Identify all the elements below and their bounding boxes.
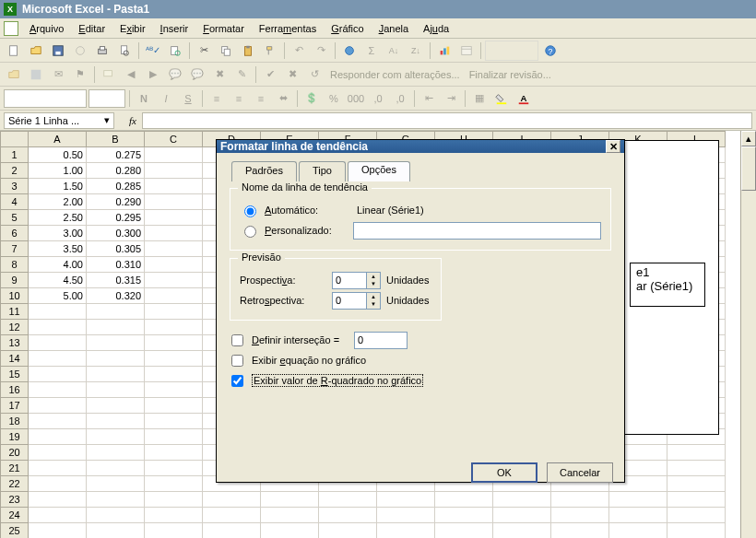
rowhdr[interactable]: 15 xyxy=(1,367,29,382)
save-icon[interactable] xyxy=(48,41,68,61)
cell[interactable] xyxy=(87,492,145,508)
bold-icon[interactable]: N xyxy=(134,88,154,109)
help-icon[interactable]: ? xyxy=(540,41,561,61)
chart-wizard-icon[interactable] xyxy=(434,41,455,61)
spin-up-icon[interactable]: ▲ xyxy=(367,293,380,301)
cell[interactable] xyxy=(29,320,87,335)
merge-icon[interactable]: ⬌ xyxy=(273,88,293,109)
cell[interactable] xyxy=(145,335,203,351)
italic-icon[interactable]: I xyxy=(156,88,176,109)
cell[interactable] xyxy=(377,508,435,523)
rowhdr[interactable]: 12 xyxy=(1,320,29,335)
cell[interactable]: 5.00 xyxy=(29,288,87,304)
cell[interactable] xyxy=(29,335,87,351)
spin-down-icon[interactable]: ▼ xyxy=(367,280,380,288)
font-size-box[interactable] xyxy=(89,89,125,108)
cell[interactable]: 0.290 xyxy=(87,194,145,210)
font-color-icon[interactable]: A xyxy=(514,88,534,109)
cell[interactable] xyxy=(29,398,87,414)
cell[interactable]: 0.310 xyxy=(87,257,145,273)
zoom-box[interactable] xyxy=(485,41,538,61)
cell[interactable] xyxy=(29,492,87,508)
ink-icon[interactable]: ✎ xyxy=(231,64,252,85)
mail-icon[interactable]: ✉ xyxy=(48,64,68,85)
font-name-box[interactable] xyxy=(4,89,87,108)
cell[interactable]: 4.50 xyxy=(29,273,87,288)
cell[interactable] xyxy=(203,508,261,523)
cell[interactable] xyxy=(493,508,551,523)
borders-icon[interactable]: ▦ xyxy=(469,88,490,109)
rowhdr[interactable]: 1 xyxy=(1,147,29,163)
cell[interactable] xyxy=(551,523,609,539)
cell[interactable] xyxy=(435,523,493,539)
chk-exibir-equacao[interactable] xyxy=(231,355,243,367)
rowhdr[interactable]: 17 xyxy=(1,398,29,414)
next-comment-icon[interactable]: ▶ xyxy=(143,64,163,85)
cell[interactable]: 2.50 xyxy=(29,210,87,226)
underline-icon[interactable]: S xyxy=(178,88,198,109)
scroll-up-icon[interactable]: ▴ xyxy=(741,131,756,146)
cell[interactable] xyxy=(667,508,726,523)
show-comment-icon[interactable]: 💬 xyxy=(165,64,185,85)
rowhdr[interactable]: 4 xyxy=(1,194,29,210)
cell[interactable] xyxy=(87,320,145,335)
cell[interactable] xyxy=(29,508,87,523)
show-all-comments-icon[interactable]: 💬 xyxy=(187,64,207,85)
close-icon[interactable]: ✕ xyxy=(606,140,620,153)
prev-comment-icon[interactable]: ◀ xyxy=(121,64,141,85)
cell[interactable]: 0.285 xyxy=(87,179,145,194)
tab-padroes[interactable]: Padrões xyxy=(231,161,297,181)
tab-opcoes[interactable]: Opções xyxy=(348,161,410,181)
cell[interactable] xyxy=(145,461,203,476)
cell[interactable] xyxy=(87,523,145,539)
menu-inserir[interactable]: Inserir xyxy=(154,21,195,36)
cell[interactable] xyxy=(145,492,203,508)
menu-exibir[interactable]: Exibir xyxy=(113,21,152,36)
delete-comment-icon[interactable]: ✖ xyxy=(209,64,230,85)
align-right-icon[interactable]: ≡ xyxy=(251,88,271,109)
undo-icon[interactable]: ↶ xyxy=(289,41,309,61)
cell[interactable] xyxy=(145,414,203,429)
copy-icon[interactable] xyxy=(216,41,236,61)
spelling-icon[interactable]: ᴬᴮ✓ xyxy=(143,41,163,61)
cell[interactable]: 1.00 xyxy=(29,163,87,179)
align-left-icon[interactable]: ≡ xyxy=(207,88,227,109)
cell[interactable] xyxy=(435,492,493,508)
chk-definir-intersecao[interactable] xyxy=(231,334,243,346)
formula-bar[interactable] xyxy=(142,112,752,129)
cell[interactable] xyxy=(551,508,609,523)
fx-icon[interactable]: fx xyxy=(129,115,136,126)
menu-arquivo[interactable]: Arquivo xyxy=(23,21,70,36)
cell[interactable] xyxy=(29,304,87,320)
decrease-indent-icon[interactable]: ⇤ xyxy=(419,88,439,109)
cell[interactable] xyxy=(87,429,145,445)
cell[interactable] xyxy=(145,241,203,257)
cell[interactable] xyxy=(145,523,203,539)
menu-formatar[interactable]: Formatar xyxy=(196,21,251,36)
cell[interactable]: 3.00 xyxy=(29,226,87,241)
cell[interactable]: 0.280 xyxy=(87,163,145,179)
input-prospectiva[interactable] xyxy=(332,272,367,289)
cell[interactable] xyxy=(87,461,145,476)
colhdr-A[interactable]: A xyxy=(29,132,87,147)
menu-ferramentas[interactable]: Ferramentas xyxy=(253,21,323,36)
cell[interactable] xyxy=(145,226,203,241)
cut-icon[interactable]: ✂ xyxy=(194,41,214,61)
cell[interactable] xyxy=(29,382,87,398)
new-icon[interactable] xyxy=(4,41,24,61)
menu-janela[interactable]: Janela xyxy=(372,21,415,36)
rowhdr[interactable]: 25 xyxy=(1,523,29,539)
rowhdr[interactable]: 2 xyxy=(1,163,29,179)
cell[interactable] xyxy=(87,382,145,398)
save-rev-icon[interactable] xyxy=(26,64,46,85)
cell[interactable] xyxy=(493,492,551,508)
cell[interactable] xyxy=(551,492,609,508)
cell[interactable] xyxy=(87,335,145,351)
cell[interactable] xyxy=(145,382,203,398)
cell[interactable] xyxy=(145,476,203,492)
rowhdr[interactable]: 24 xyxy=(1,508,29,523)
fill-color-icon[interactable] xyxy=(491,88,512,109)
input-intersecao[interactable] xyxy=(354,332,408,349)
cell[interactable] xyxy=(319,508,377,523)
cell[interactable] xyxy=(145,179,203,194)
